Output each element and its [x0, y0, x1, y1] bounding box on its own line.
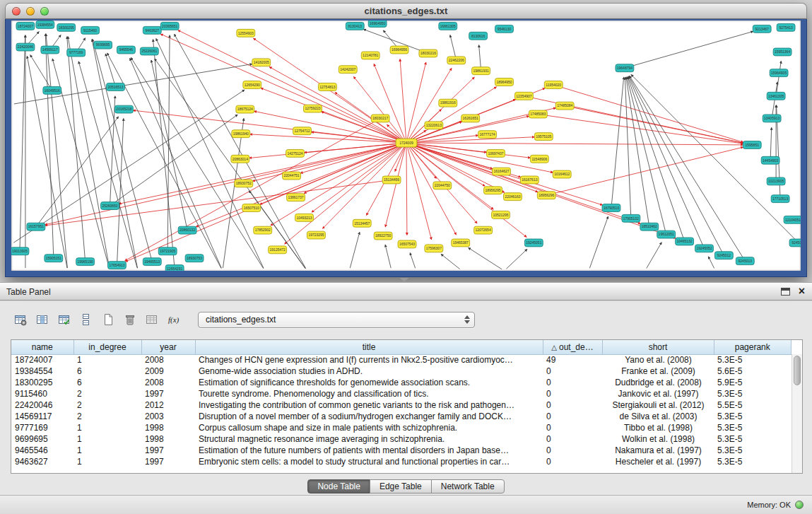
graph-node[interactable]: 15905151 — [45, 255, 63, 262]
toolbar-icon-function-builder[interactable]: f(x) — [165, 311, 183, 328]
graph-node[interactable]: 19612051 — [657, 230, 676, 238]
network-graph[interactable]: 1724009198619161626165116777174106974371… — [11, 21, 801, 271]
tab-node-table[interactable]: Node Table — [307, 479, 370, 493]
graph-node[interactable]: 17852902 — [254, 226, 272, 234]
table-cell[interactable]: 2 — [73, 411, 141, 422]
tab-edge-table[interactable]: Edge Table — [370, 479, 432, 493]
graph-node[interactable]: 19861931 — [472, 67, 490, 75]
graph-node[interactable]: 19013905 — [11, 247, 29, 255]
table-cell[interactable]: 1998 — [141, 422, 195, 433]
table-cell[interactable]: 0 — [543, 445, 602, 456]
graph-node[interactable]: 12654290 — [243, 81, 261, 89]
table-row[interactable]: 1938455462009Genome-wide association stu… — [11, 366, 792, 377]
column-header-pagerank[interactable]: pagerank — [714, 340, 792, 354]
graph-node[interactable]: 9245012 — [714, 252, 733, 259]
table-cell[interactable]: 49 — [543, 354, 602, 366]
graph-node[interactable]: 18030216 — [419, 49, 437, 57]
graph-node[interactable]: 19861940 — [232, 130, 250, 138]
graph-node[interactable]: 17485084 — [555, 102, 574, 110]
graph-node[interactable]: 12354907 — [514, 92, 533, 100]
zoom-button[interactable] — [40, 7, 49, 16]
table-cell[interactable]: Nakamura et al. (1997) — [602, 445, 714, 456]
table-cell[interactable]: 1 — [73, 422, 141, 433]
table-cell[interactable]: 5.3E-5 — [714, 388, 792, 399]
graph-node[interactable]: 12754813 — [318, 83, 336, 91]
graph-node[interactable]: 16964956 — [390, 46, 408, 54]
graph-node[interactable]: 13861737 — [287, 194, 305, 201]
column-header-short[interactable]: short — [602, 340, 714, 354]
table-cell[interactable]: 0 — [543, 399, 602, 411]
graph-node[interactable]: 18930752 — [235, 180, 253, 187]
table-cell[interactable]: 1 — [73, 433, 141, 445]
graph-node[interactable]: 17485083 — [529, 110, 547, 118]
graph-node[interactable]: 15964905 — [770, 69, 788, 77]
table-cell[interactable]: Disruption of a novel member of a sodium… — [195, 411, 543, 422]
table-selector-dropdown[interactable]: citations_edges.txt — [198, 312, 475, 328]
graph-node[interactable]: 18300295 — [57, 23, 76, 31]
graph-node[interactable]: 16861305 — [439, 22, 457, 30]
graph-node[interactable]: 18964950 — [495, 78, 514, 86]
graph-node[interactable]: 13220613 — [425, 122, 443, 129]
tab-network-table[interactable]: Network Table — [431, 479, 505, 493]
graph-node[interactable]: 20863014 — [231, 155, 249, 163]
table-cell[interactable]: 2003 — [141, 411, 195, 422]
table-cell[interactable]: 2 — [73, 388, 141, 399]
table-cell[interactable]: 1 — [73, 456, 141, 467]
graph-node[interactable]: 18956296 — [537, 192, 555, 199]
graph-node[interactable]: 19465387 — [452, 239, 470, 247]
table-cell[interactable]: Wolkin et al. (1998) — [602, 433, 714, 445]
graph-node[interactable]: 16507543 — [398, 240, 416, 248]
graph-node[interactable]: 12759223 — [304, 105, 322, 112]
graph-node[interactable]: 20165218 — [114, 105, 133, 113]
table-cell[interactable]: 2 — [73, 399, 141, 411]
graph-node[interactable]: 22046163 — [504, 193, 522, 201]
graph-node[interactable]: 9275413 — [777, 23, 795, 31]
graph-node[interactable]: 12654291 — [165, 265, 184, 271]
graph-node[interactable]: 19125472 — [269, 246, 287, 254]
graph-node[interactable]: 19965190 — [76, 258, 95, 266]
graph-node[interactable]: 17596307 — [425, 245, 443, 252]
graph-node[interactable]: 18030217 — [371, 115, 389, 122]
graph-node[interactable]: 16049516 — [43, 86, 61, 94]
graph-node[interactable]: 17710513 — [771, 195, 789, 203]
toolbar-icon-new-table[interactable] — [99, 311, 117, 328]
table-cell[interactable]: Jankovic et al. (1997) — [602, 388, 714, 399]
graph-node[interactable]: 9777169 — [67, 49, 86, 57]
graph-node[interactable]: 12754712 — [293, 127, 312, 135]
table-cell[interactable]: Investigating the contribution of common… — [195, 399, 543, 411]
table-cell[interactable]: Stergiakouli et al. (2012) — [602, 399, 714, 411]
table-cell[interactable]: Structural magnetic resonance image aver… — [195, 433, 543, 445]
table-row[interactable]: 969969511998Structural magnetic resonanc… — [11, 433, 792, 445]
table-cell[interactable]: Estimation of the future numbers of pati… — [195, 445, 543, 456]
table-row[interactable]: 977716911998Corpus callosum shape and si… — [11, 422, 792, 433]
table-cell[interactable]: 5.3E-5 — [714, 445, 792, 456]
table-row[interactable]: 946362711997Embryonic stem cells: a mode… — [11, 456, 792, 467]
table-cell[interactable]: 2012 — [141, 399, 195, 411]
graph-node[interactable]: 19465513 — [143, 258, 161, 266]
graph-node[interactable]: 13405913 — [763, 115, 781, 122]
graph-node[interactable]: 9463627 — [143, 26, 161, 34]
table-cell[interactable]: 2009 — [141, 366, 195, 377]
graph-node[interactable]: 22420046 — [16, 43, 35, 51]
graph-node[interactable]: 20860132 — [178, 226, 196, 234]
graph-node[interactable]: 18510462 — [640, 223, 659, 230]
toolbar-icon-select-columns[interactable] — [33, 311, 52, 328]
table-cell[interactable]: Embryonic stem cells: a model to study s… — [195, 456, 543, 467]
table-cell[interactable]: 1997 — [141, 445, 195, 456]
toolbar-icon-delete-table[interactable] — [121, 311, 139, 328]
table-cell[interactable]: 18724007 — [11, 354, 73, 366]
table-cell[interactable]: 9463627 — [11, 456, 73, 467]
toolbar-icon-import-table[interactable] — [143, 311, 161, 328]
table-cell[interactable]: Corpus callosum shape and size in male p… — [195, 422, 543, 433]
graph-node[interactable]: 22462206 — [447, 57, 466, 64]
graph-node[interactable]: 15134456 — [382, 176, 401, 184]
graph-node[interactable]: 1595851 — [743, 141, 761, 149]
table-cell[interactable]: 1 — [73, 354, 141, 366]
table-row[interactable]: 1830029562008Estimation of significance … — [11, 377, 792, 388]
table-cell[interactable]: 5.3E-5 — [714, 354, 792, 366]
graph-node[interactable]: 16777174 — [478, 131, 497, 139]
column-header-name[interactable]: name — [11, 340, 73, 354]
graph-node[interactable]: 9213467 — [753, 25, 771, 33]
table-cell[interactable]: 5.6E-5 — [714, 366, 792, 377]
table-cell[interactable]: 22420046 — [11, 399, 73, 411]
